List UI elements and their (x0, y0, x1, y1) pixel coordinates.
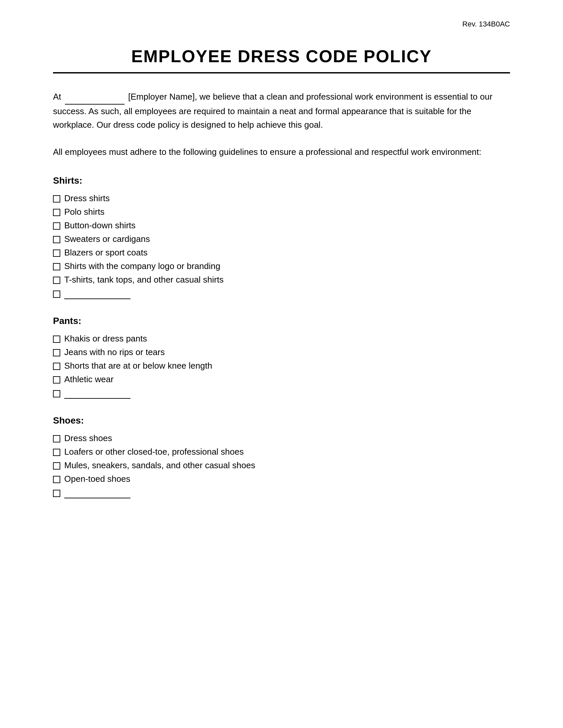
blank-line (64, 388, 130, 399)
checkbox-icon[interactable] (53, 349, 60, 356)
list-item-text: Shirts with the company logo or branding (64, 261, 220, 271)
list-item-text: T-shirts, tank tops, and other casual sh… (64, 275, 223, 285)
revision-number: Rev. 134B0AC (462, 20, 510, 28)
checkbox-icon[interactable] (53, 449, 60, 456)
list-item: Mules, sneakers, sandals, and other casu… (53, 460, 510, 471)
checkbox-icon[interactable] (53, 250, 60, 257)
guidelines-paragraph: All employees must adhere to the followi… (53, 145, 510, 159)
checkbox-icon[interactable] (53, 363, 60, 370)
list-item-text: Polo shirts (64, 207, 104, 217)
list-item: T-shirts, tank tops, and other casual sh… (53, 275, 510, 285)
list-item (53, 288, 510, 299)
checkbox-icon[interactable] (53, 476, 60, 483)
list-item-text: Loafers or other closed-toe, professiona… (64, 447, 244, 457)
intro-at: At (53, 92, 61, 102)
checkbox-icon[interactable] (53, 209, 60, 216)
list-item: Shirts with the company logo or branding (53, 261, 510, 271)
checkbox-icon[interactable] (53, 435, 60, 442)
document-page: Rev. 134B0AC EMPLOYEE DRESS CODE POLICY … (0, 0, 563, 728)
list-item-text: Open-toed shoes (64, 474, 130, 484)
checkbox-icon[interactable] (53, 263, 60, 270)
list-item: Athletic wear (53, 374, 510, 385)
list-item: Jeans with no rips or tears (53, 347, 510, 357)
list-item (53, 388, 510, 399)
checkbox-icon[interactable] (53, 236, 60, 243)
intro-paragraph: At [Employer Name], we believe that a cl… (53, 90, 510, 132)
list-item: Shorts that are at or below knee length (53, 361, 510, 371)
checkbox-icon[interactable] (53, 462, 60, 470)
blank-line (64, 487, 130, 498)
list-item: Polo shirts (53, 207, 510, 217)
checklist-0: Dress shirtsPolo shirtsButton-down shirt… (53, 193, 510, 299)
list-item: Dress shoes (53, 433, 510, 443)
list-item (53, 487, 510, 498)
section-title-0: Shirts: (53, 175, 510, 186)
list-item-text: Sweaters or cardigans (64, 234, 150, 244)
checklist-2: Dress shoesLoafers or other closed-toe, … (53, 433, 510, 498)
sections-container: Shirts:Dress shirtsPolo shirtsButton-dow… (53, 175, 510, 498)
list-item: Button-down shirts (53, 220, 510, 231)
title-divider (53, 72, 510, 73)
checkbox-icon[interactable] (53, 195, 60, 203)
section-2: Shoes:Dress shoesLoafers or other closed… (53, 415, 510, 498)
list-item-text: Athletic wear (64, 374, 114, 385)
checkbox-icon[interactable] (53, 390, 60, 397)
list-item: Khakis or dress pants (53, 334, 510, 344)
list-item-text: Dress shirts (64, 193, 110, 204)
employer-blank (65, 90, 124, 105)
checkbox-icon[interactable] (53, 490, 60, 497)
list-item-text: Mules, sneakers, sandals, and other casu… (64, 460, 255, 471)
section-title-2: Shoes: (53, 415, 510, 426)
section-0: Shirts:Dress shirtsPolo shirtsButton-dow… (53, 175, 510, 299)
checkbox-icon[interactable] (53, 291, 60, 298)
section-1: Pants:Khakis or dress pantsJeans with no… (53, 316, 510, 399)
list-item: Loafers or other closed-toe, professiona… (53, 447, 510, 457)
checkbox-icon[interactable] (53, 277, 60, 284)
list-item-text: Dress shoes (64, 433, 112, 443)
list-item: Blazers or sport coats (53, 248, 510, 258)
list-item-text: Khakis or dress pants (64, 334, 147, 344)
document-title: EMPLOYEE DRESS CODE POLICY (53, 46, 510, 66)
list-item-text: Jeans with no rips or tears (64, 347, 164, 357)
checkbox-icon[interactable] (53, 222, 60, 230)
list-item: Dress shirts (53, 193, 510, 204)
blank-line (64, 288, 130, 299)
list-item-text: Button-down shirts (64, 220, 135, 231)
list-item: Open-toed shoes (53, 474, 510, 484)
checkbox-icon[interactable] (53, 336, 60, 343)
list-item-text: Shorts that are at or below knee length (64, 361, 212, 371)
checkbox-icon[interactable] (53, 376, 60, 384)
section-title-1: Pants: (53, 316, 510, 326)
checklist-1: Khakis or dress pantsJeans with no rips … (53, 334, 510, 399)
list-item: Sweaters or cardigans (53, 234, 510, 244)
list-item-text: Blazers or sport coats (64, 248, 147, 258)
